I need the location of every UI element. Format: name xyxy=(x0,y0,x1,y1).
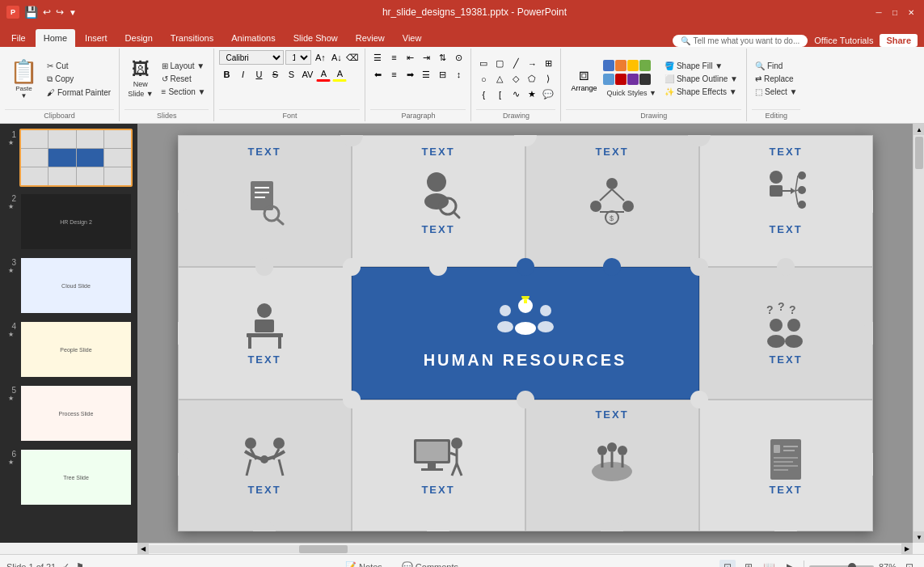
quick-access-save[interactable]: 💾 xyxy=(24,6,38,19)
notes-button[interactable]: 📝 Notes xyxy=(342,560,386,567)
puzzle-piece-3-3[interactable]: TEXT xyxy=(525,400,699,531)
bullet-list-button[interactable]: ☰ xyxy=(370,50,385,65)
layout-button[interactable]: ⊞ Layout ▼ xyxy=(158,60,209,72)
slide-image-2[interactable]: HR Design 2 xyxy=(19,193,133,251)
underline-button[interactable]: U xyxy=(251,67,266,82)
shape-callout[interactable]: 💬 xyxy=(541,87,555,102)
shape-chevron[interactable]: ⟩ xyxy=(541,72,555,87)
scroll-right-button[interactable]: ▶ xyxy=(901,544,913,555)
close-button[interactable]: ✕ xyxy=(905,6,918,19)
font-family-select[interactable]: Calibri xyxy=(219,50,284,65)
copy-button[interactable]: ⧉ Copy xyxy=(44,73,114,86)
quick-style-6[interactable] xyxy=(615,74,627,85)
format-painter-button[interactable]: 🖌 Format Painter xyxy=(44,87,114,99)
font-color-button[interactable]: A xyxy=(316,67,331,82)
comments-button[interactable]: 💬 Comments xyxy=(399,560,462,567)
quick-styles-dropdown[interactable]: Quick Styles ▼ xyxy=(603,87,659,99)
quick-style-1[interactable] xyxy=(603,60,614,71)
puzzle-piece-3-4[interactable]: TEXT xyxy=(699,400,873,531)
horizontal-scrollbar[interactable]: ◀ ▶ xyxy=(137,543,913,554)
office-tutorials-link[interactable]: Office Tutorials xyxy=(814,36,873,45)
vertical-scrollbar[interactable]: ▲ ▼ xyxy=(913,124,924,543)
tab-design[interactable]: Design xyxy=(117,29,161,47)
shape-fill-button[interactable]: 🪣 Shape Fill ▼ xyxy=(661,60,741,72)
increase-font-button[interactable]: A↑ xyxy=(313,50,327,65)
find-button[interactable]: 🔍 Find xyxy=(752,60,800,72)
slideshow-view-button[interactable]: ▶ xyxy=(783,560,799,568)
align-center-button[interactable]: ≡ xyxy=(386,67,401,82)
text-shadow-button[interactable]: S xyxy=(284,67,298,82)
shape-star[interactable]: ★ xyxy=(525,87,539,102)
tab-slideshow[interactable]: Slide Show xyxy=(285,29,346,47)
decrease-indent-button[interactable]: ⇤ xyxy=(403,50,417,65)
quick-style-2[interactable] xyxy=(615,60,627,71)
puzzle-piece-3-1[interactable]: TEXT xyxy=(178,400,352,531)
slide-image-4[interactable]: People Slide xyxy=(19,320,133,379)
arrange-button[interactable]: ⧈ Arrange xyxy=(566,62,601,95)
char-spacing-button[interactable]: AV xyxy=(300,67,314,82)
shape-rect[interactable]: ▭ xyxy=(476,57,491,71)
puzzle-piece-1-3[interactable]: TEXT $ xyxy=(525,135,699,267)
shape-diamond[interactable]: ◇ xyxy=(508,72,523,87)
minimize-button[interactable]: ─ xyxy=(872,6,885,19)
highlight-button[interactable]: A xyxy=(332,67,347,82)
paste-button[interactable]: 📋 Paste ▼ xyxy=(5,55,43,103)
slide-thumb-3[interactable]: 3 ★ Cloud Slide xyxy=(3,255,134,316)
numbered-list-button[interactable]: ≡ xyxy=(386,50,401,65)
slide-image-5[interactable]: Process Slide xyxy=(19,384,133,442)
scroll-left-button[interactable]: ◀ xyxy=(137,544,149,555)
slide-image-1[interactable] xyxy=(19,129,133,187)
shape-bracket[interactable]: [ xyxy=(492,87,507,102)
select-button[interactable]: ⬚ Select ▼ xyxy=(752,86,800,98)
slide-thumb-1[interactable]: 1 ★ xyxy=(3,127,134,188)
reading-view-button[interactable]: 📖 xyxy=(762,560,778,568)
shape-triangle[interactable]: △ xyxy=(492,72,507,87)
tab-insert[interactable]: Insert xyxy=(77,29,116,47)
line-spacing-button[interactable]: ↕ xyxy=(451,67,466,82)
puzzle-piece-2-4[interactable]: ? ? ? TEXT xyxy=(699,267,873,399)
shape-outline-button[interactable]: ⬜ Shape Outline ▼ xyxy=(661,73,741,85)
quick-style-7[interactable] xyxy=(627,74,639,85)
tab-transitions[interactable]: Transitions xyxy=(162,29,222,47)
puzzle-piece-1-2[interactable]: TEXT TEXT xyxy=(352,135,525,267)
slide-thumb-5[interactable]: 5 ★ Process Slide xyxy=(3,383,134,444)
slide-canvas[interactable]: TEXT TEXT xyxy=(178,135,873,531)
puzzle-piece-2-1[interactable]: TEXT xyxy=(178,267,352,399)
align-right-button[interactable]: ➡ xyxy=(403,67,417,82)
tab-file[interactable]: File xyxy=(3,29,34,47)
tell-me-box[interactable]: 🔍 Tell me what you want to do... xyxy=(673,35,808,47)
text-direction-button[interactable]: ⇅ xyxy=(435,50,449,65)
decrease-font-button[interactable]: A↓ xyxy=(329,50,344,65)
justify-button[interactable]: ☰ xyxy=(419,67,433,82)
quick-style-5[interactable] xyxy=(603,74,614,85)
scroll-down-button[interactable]: ▼ xyxy=(913,531,924,543)
font-size-select[interactable]: 18 xyxy=(285,50,311,65)
new-slide-button[interactable]: 🖼 New Slide ▼ xyxy=(124,58,156,100)
tab-home[interactable]: Home xyxy=(36,29,75,47)
align-left-button[interactable]: ⬅ xyxy=(370,67,385,82)
normal-view-button[interactable]: ⊡ xyxy=(719,560,736,568)
reset-button[interactable]: ↺ Reset xyxy=(158,73,209,85)
italic-button[interactable]: I xyxy=(235,67,250,82)
maximize-button[interactable]: □ xyxy=(888,6,901,19)
tab-animations[interactable]: Animations xyxy=(223,29,283,47)
quick-style-8[interactable] xyxy=(639,74,651,85)
shape-effects-button[interactable]: ✨ Shape Effects ▼ xyxy=(661,86,741,98)
quick-style-3[interactable] xyxy=(627,60,639,71)
scroll-up-button[interactable]: ▲ xyxy=(913,124,924,135)
quick-style-4[interactable] xyxy=(639,60,651,71)
v-scroll-thumb[interactable] xyxy=(915,137,923,169)
v-scroll-track[interactable] xyxy=(913,135,924,531)
quick-access-undo[interactable]: ↩ xyxy=(43,6,51,18)
h-scroll-thumb[interactable] xyxy=(299,545,348,553)
slide-image-6[interactable]: Tree Slide xyxy=(19,448,133,506)
puzzle-piece-3-2[interactable]: TEXT xyxy=(352,400,525,531)
clear-format-button[interactable]: ⌫ xyxy=(345,50,360,65)
strikethrough-button[interactable]: S xyxy=(268,67,282,82)
slide-image-3[interactable]: Cloud Slide xyxy=(19,256,133,315)
shape-rounded-rect[interactable]: ▢ xyxy=(492,57,507,71)
puzzle-piece-center[interactable]: HUMAN RESOURCES xyxy=(352,267,699,399)
shape-brace[interactable]: { xyxy=(476,87,491,102)
puzzle-piece-1-1[interactable]: TEXT xyxy=(178,135,352,267)
quick-access-more[interactable]: ▼ xyxy=(69,8,77,17)
